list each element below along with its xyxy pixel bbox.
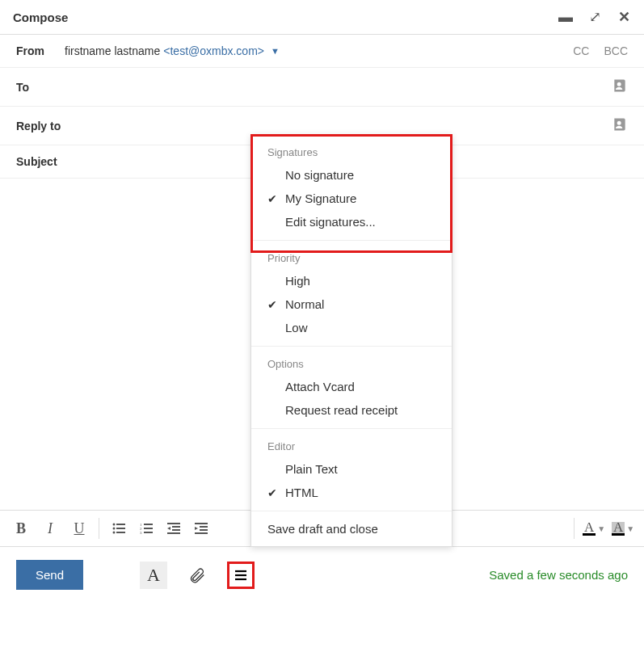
indent-button[interactable] [188,515,214,541]
check-icon: ✔ [267,486,285,499]
menu-save-draft-close[interactable]: Save draft and close [251,511,452,546]
caret-down-icon: ▼ [271,46,280,56]
svg-rect-16 [195,523,208,524]
from-row: From firstname lastname <test@oxmbx.com>… [0,35,644,68]
menu-priority-high[interactable]: High [251,269,452,292]
options-menu-button[interactable] [227,562,255,589]
svg-rect-19 [195,532,208,534]
menu-priority-normal[interactable]: ✔ Normal [251,292,452,316]
number-list-icon: 123 [140,523,153,534]
highlight-icon: A [612,522,625,536]
menu-item-label: HTML [285,486,318,499]
check-icon: ✔ [267,192,285,205]
menu-item-label: Attach Vcard [285,380,355,393]
close-icon[interactable]: ✕ [617,8,631,26]
number-list-button[interactable]: 123 [133,515,159,541]
cc-bcc-group: CC BCC [573,44,628,57]
outdent-icon [167,523,180,534]
menu-item-label: My Signature [285,191,356,205]
menu-no-signature[interactable]: No signature [251,163,452,187]
reply-to-label: Reply to [16,120,81,133]
svg-rect-9 [144,528,153,529]
to-contacts-button[interactable] [612,78,628,96]
menu-edit-signatures[interactable]: Edit signatures... [251,210,452,233]
minimize-icon[interactable]: ▬ [558,9,573,26]
saved-status: Saved a few seconds ago [489,568,628,582]
address-book-icon [612,116,628,133]
font-button[interactable]: A [140,562,167,589]
underline-button[interactable]: U [66,515,92,541]
svg-point-0 [113,524,116,526]
highlight-color-button[interactable]: A ▼ [610,515,636,541]
check-icon: ✔ [267,298,285,311]
send-button[interactable]: Send [16,560,83,590]
caret-down-icon: ▼ [626,524,634,533]
svg-rect-7 [144,524,153,525]
svg-rect-13 [172,526,180,528]
bullet-list-button[interactable] [106,515,132,541]
cc-button[interactable]: CC [573,44,589,57]
from-email: <test@oxmbx.com> [163,44,264,57]
window-header: Compose ▬ ⤢ ✕ [0,0,644,35]
menu-attach-vcard[interactable]: Attach Vcard [251,375,452,398]
menu-item-label: Edit signatures... [285,215,376,229]
toolbar-separator [99,518,99,539]
menu-item-label: No signature [285,168,354,182]
menu-priority-low[interactable]: Low [251,316,452,339]
signatures-section: Signatures No signature ✔ My Signature E… [251,135,452,241]
menu-my-signature[interactable]: ✔ My Signature [251,187,452,210]
menu-item-label: Request read receipt [285,403,398,417]
outdent-button[interactable] [161,515,187,541]
svg-rect-3 [116,528,125,529]
svg-text:3: 3 [140,531,142,534]
caret-down-icon: ▼ [597,524,605,533]
indent-icon [195,523,208,534]
svg-rect-11 [144,532,153,533]
bold-button[interactable]: B [8,515,34,541]
svg-rect-15 [167,532,180,534]
menu-item-label: Plain Text [285,462,338,476]
italic-button[interactable]: I [37,515,63,541]
menu-plain-text[interactable]: Plain Text [251,457,452,481]
svg-rect-18 [200,529,208,531]
svg-point-2 [113,528,116,530]
svg-point-4 [113,532,116,534]
text-color-button[interactable]: A ▼ [581,515,607,541]
from-name: firstname lastname [65,44,160,57]
svg-rect-1 [116,524,125,525]
editor-header: Editor [251,435,452,457]
from-dropdown[interactable]: firstname lastname <test@oxmbx.com> ▼ [65,44,280,57]
menu-item-label: High [285,274,310,288]
menu-item-label: Low [285,321,308,334]
menu-icon [233,567,249,583]
paperclip-icon [188,566,206,584]
options-section: Options Attach Vcard Request read receip… [251,347,452,429]
menu-item-label: Normal [285,297,324,311]
toolbar-separator [574,518,575,539]
priority-header: Priority [251,247,452,269]
menu-read-receipt[interactable]: Request read receipt [251,398,452,422]
to-label: To [16,81,65,94]
svg-rect-12 [167,523,180,524]
expand-icon[interactable]: ⤢ [587,8,602,26]
footer-bar: Send A Saved a few seconds ago [0,547,644,603]
from-label: From [16,44,65,57]
menu-html[interactable]: ✔ HTML [251,481,452,504]
attachment-button[interactable] [183,562,211,589]
bullet-list-icon [112,523,125,534]
text-color-icon: A [583,522,596,536]
editor-section: Editor Plain Text ✔ HTML [251,429,452,511]
signatures-header: Signatures [251,141,452,163]
to-row: To [0,68,644,107]
options-header: Options [251,353,452,375]
reply-to-contacts-button[interactable] [612,116,628,135]
subject-label: Subject [16,155,81,168]
svg-rect-14 [172,529,180,531]
svg-rect-17 [200,526,208,528]
priority-section: Priority High ✔ Normal Low [251,241,452,347]
window-title: Compose [13,11,558,24]
svg-rect-5 [116,532,125,533]
window-controls: ▬ ⤢ ✕ [558,8,631,26]
options-dropdown: Signatures No signature ✔ My Signature E… [250,134,452,547]
bcc-button[interactable]: BCC [604,44,628,57]
